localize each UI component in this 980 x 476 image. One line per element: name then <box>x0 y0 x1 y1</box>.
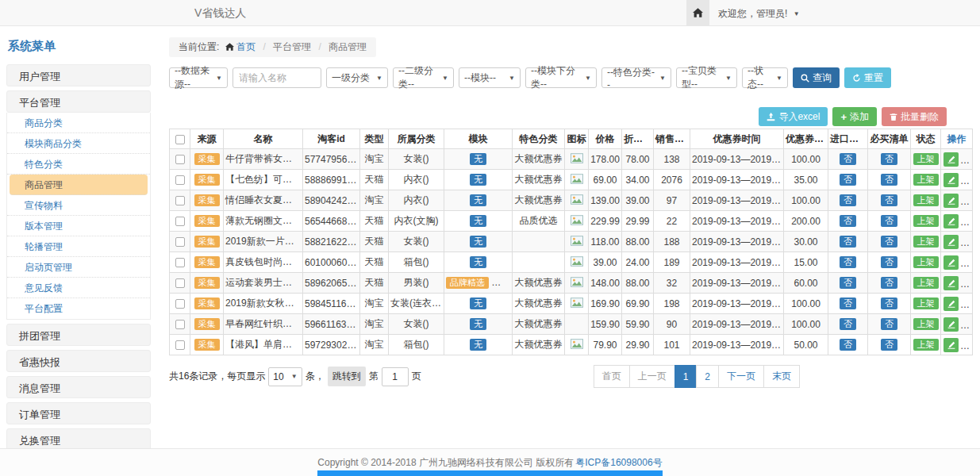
status-badge[interactable]: 上架 <box>913 153 939 165</box>
sidebar-item-模块商品分类[interactable]: 模块商品分类 <box>7 133 150 154</box>
sidebar-item-意见反馈[interactable]: 意见反馈 <box>7 278 150 298</box>
import-select-badge[interactable]: 否 <box>840 236 856 248</box>
name-search-input[interactable] <box>233 67 321 88</box>
import-select-badge[interactable]: 否 <box>840 277 856 289</box>
must-buy-badge[interactable]: 否 <box>881 277 897 289</box>
module-badge: 无 <box>470 174 486 186</box>
import-select-badge[interactable]: 否 <box>840 153 856 165</box>
sidebar-item-拼团管理[interactable]: 拼团管理 <box>6 324 151 346</box>
must-buy-badge[interactable]: 否 <box>881 318 897 330</box>
data-source-select[interactable]: --数据来源-- ▼ <box>169 67 228 88</box>
sidebar-item-平台管理[interactable]: 平台管理 <box>6 90 151 113</box>
import-select-badge[interactable]: 否 <box>840 339 856 351</box>
edit-button[interactable] <box>943 235 959 249</box>
sidebar-item-兑换管理[interactable]: 兑换管理 <box>6 428 151 448</box>
import-select-badge[interactable]: 否 <box>840 194 856 206</box>
status-badge[interactable]: 上架 <box>913 194 939 206</box>
topbar-home-button[interactable] <box>686 0 709 25</box>
sidebar-item-轮播管理[interactable]: 轮播管理 <box>7 236 150 257</box>
search-button[interactable]: 查询 <box>793 67 840 88</box>
sidebar-item-版本管理[interactable]: 版本管理 <box>7 216 150 236</box>
sidebar-item-消息管理[interactable]: 消息管理 <box>6 376 151 398</box>
sidebar-item-平台配置[interactable]: 平台配置 <box>7 298 150 319</box>
import-select-badge[interactable]: 否 <box>840 256 856 268</box>
filter-select-3[interactable]: --模块--▼ <box>459 67 521 88</box>
sidebar-item-商品分类[interactable]: 商品分类 <box>7 113 150 133</box>
reset-button[interactable]: 重置 <box>844 67 891 88</box>
edit-button[interactable] <box>943 338 959 352</box>
edit-button[interactable] <box>943 194 959 208</box>
import-select-badge[interactable]: 否 <box>840 215 856 227</box>
row-checkbox[interactable] <box>175 175 185 185</box>
status-badge[interactable]: 上架 <box>913 236 939 248</box>
must-buy-badge[interactable]: 否 <box>881 256 897 268</box>
status-badge[interactable]: 上架 <box>913 174 939 186</box>
status-badge[interactable]: 上架 <box>913 215 939 227</box>
filter-select-4[interactable]: --模块下分类--▼ <box>525 67 597 88</box>
must-buy-badge[interactable]: 否 <box>881 153 897 165</box>
filter-select-2[interactable]: --二级分类--▼ <box>393 67 454 88</box>
row-checkbox[interactable] <box>175 320 185 329</box>
jump-button[interactable]: 跳转到 <box>328 367 366 386</box>
edit-button[interactable] <box>943 255 959 270</box>
batch-delete-button[interactable]: 批量删除 <box>882 107 947 126</box>
page-button-下一页[interactable]: 下一页 <box>718 365 764 388</box>
source-cell: 采集 <box>190 252 224 273</box>
sidebar-item-启动页管理[interactable]: 启动页管理 <box>7 257 150 278</box>
sidebar-item-省惠快报[interactable]: 省惠快报 <box>6 350 151 372</box>
page-button-末页[interactable]: 末页 <box>763 365 800 388</box>
edit-button[interactable] <box>943 276 959 290</box>
status-badge[interactable]: 上架 <box>913 277 939 289</box>
operation-cell <box>941 232 973 252</box>
must-buy-badge[interactable]: 否 <box>881 194 897 206</box>
add-button[interactable]: + 添加 <box>832 107 877 126</box>
edit-button[interactable] <box>943 173 959 187</box>
import-excel-button[interactable]: 导入excel <box>759 107 828 126</box>
icp-link[interactable]: 粤ICP备16098006号 <box>575 456 662 470</box>
filter-select-5[interactable]: --特色分类--▼ <box>601 67 671 88</box>
import-select-badge[interactable]: 否 <box>840 318 856 330</box>
filter-select-7[interactable]: --状态--▼ <box>742 67 788 88</box>
module-badge: 无 <box>470 339 486 351</box>
sidebar-item-用户管理[interactable]: 用户管理 <box>6 64 151 86</box>
sidebar-item-宣传物料[interactable]: 宣传物料 <box>7 195 150 216</box>
filter-select-1[interactable]: 一级分类▼ <box>326 67 388 88</box>
edit-button[interactable] <box>943 152 959 167</box>
jump-prefix-text: 第 <box>369 370 379 383</box>
sidebar-item-特色分类[interactable]: 特色分类 <box>7 154 150 175</box>
select-all-checkbox[interactable] <box>175 135 185 144</box>
user-menu[interactable]: 欢迎您，管理员! ▼ <box>718 7 800 21</box>
row-checkbox[interactable] <box>175 299 185 309</box>
status-badge[interactable]: 上架 <box>913 339 939 351</box>
edit-button[interactable] <box>943 317 959 332</box>
must-buy-badge[interactable]: 否 <box>881 174 897 186</box>
edit-button[interactable] <box>943 297 959 311</box>
import-select-badge[interactable]: 否 <box>840 298 856 309</box>
status-badge[interactable]: 上架 <box>913 298 939 309</box>
must-buy-badge[interactable]: 否 <box>881 298 897 309</box>
status-badge[interactable]: 上架 <box>913 318 939 330</box>
row-checkbox-cell <box>170 232 190 252</box>
must-buy-badge[interactable]: 否 <box>881 339 897 351</box>
page-number-input[interactable] <box>382 367 409 386</box>
page-button-1[interactable]: 1 <box>674 365 698 388</box>
select-value: --二级分类-- <box>398 64 439 91</box>
row-checkbox[interactable] <box>175 217 185 226</box>
row-checkbox[interactable] <box>175 196 185 205</box>
per-page-select[interactable]: 10 ▼ <box>268 367 302 386</box>
edit-button[interactable] <box>943 214 959 228</box>
row-checkbox[interactable] <box>175 237 185 247</box>
breadcrumb-home-link[interactable]: 首页 <box>236 41 256 52</box>
sidebar-item-订单管理[interactable]: 订单管理 <box>6 402 151 424</box>
row-checkbox[interactable] <box>175 155 185 164</box>
filter-select-6[interactable]: --宝贝类型--▼ <box>676 67 737 88</box>
sidebar-item-商品管理[interactable]: 商品管理 <box>10 175 148 195</box>
row-checkbox[interactable] <box>175 258 185 267</box>
status-badge[interactable]: 上架 <box>913 256 939 268</box>
must-buy-badge[interactable]: 否 <box>881 236 897 248</box>
must-buy-badge[interactable]: 否 <box>881 215 897 227</box>
page-button-2[interactable]: 2 <box>696 365 719 388</box>
row-checkbox[interactable] <box>175 340 185 350</box>
row-checkbox[interactable] <box>175 278 185 288</box>
import-select-badge[interactable]: 否 <box>840 174 856 186</box>
